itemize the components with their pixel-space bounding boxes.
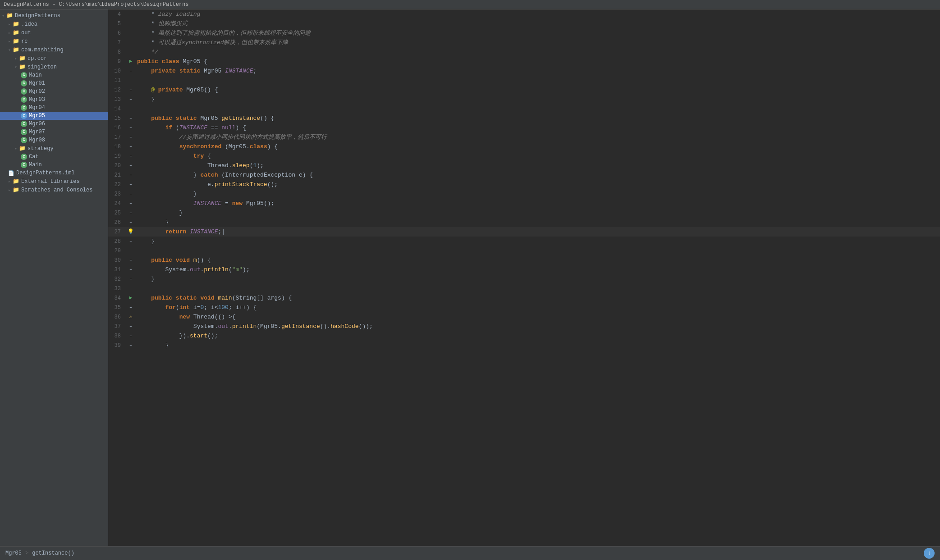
code-line[interactable] bbox=[135, 246, 940, 255]
code-line[interactable]: } bbox=[135, 274, 940, 284]
code-line[interactable] bbox=[135, 104, 940, 114]
code-line[interactable]: if (INSTANCE == null) { bbox=[135, 123, 940, 132]
sidebar-item-Main[interactable]: CMain bbox=[0, 71, 108, 79]
code-line[interactable]: public class Mgr05 { bbox=[135, 57, 940, 66]
code-line[interactable]: try { bbox=[135, 151, 940, 161]
gutter-cell[interactable]: – bbox=[126, 142, 135, 151]
gutter-cell[interactable] bbox=[126, 28, 135, 38]
sidebar-item-designpatterns[interactable]: ▾📁DesignPatterns bbox=[0, 11, 108, 20]
code-line[interactable]: * 也称懒汉式 bbox=[135, 19, 940, 28]
fold-icon[interactable]: – bbox=[129, 191, 132, 196]
code-line[interactable]: } bbox=[135, 189, 940, 199]
breadcrumb2[interactable]: getInstance() bbox=[32, 550, 74, 556]
gutter-cell[interactable] bbox=[126, 38, 135, 47]
gutter-cell[interactable] bbox=[126, 76, 135, 85]
gutter-cell[interactable] bbox=[126, 47, 135, 57]
sidebar-item-Cat[interactable]: CCat bbox=[0, 153, 108, 161]
gutter-cell[interactable]: – bbox=[126, 265, 135, 274]
gutter-cell[interactable]: ⚠ bbox=[126, 312, 135, 322]
gutter-cell[interactable]: – bbox=[126, 85, 135, 95]
sidebar-item-Mgr02[interactable]: CMgr02 bbox=[0, 87, 108, 96]
gutter-cell[interactable] bbox=[126, 19, 135, 28]
sidebar-item-Mgr04[interactable]: CMgr04 bbox=[0, 104, 108, 112]
code-line[interactable]: e.printStackTrace(); bbox=[135, 180, 940, 189]
gutter-cell[interactable] bbox=[126, 9, 135, 19]
gutter-cell[interactable]: – bbox=[126, 331, 135, 341]
gutter-cell[interactable]: – bbox=[126, 66, 135, 76]
gutter-cell[interactable]: – bbox=[126, 322, 135, 331]
gutter-cell[interactable]: – bbox=[126, 161, 135, 170]
sidebar-item-StratMain[interactable]: CMain bbox=[0, 161, 108, 169]
gutter-cell[interactable] bbox=[126, 246, 135, 255]
fold-icon[interactable]: – bbox=[129, 182, 132, 187]
code-line[interactable]: private static Mgr05 INSTANCE; bbox=[135, 66, 940, 76]
code-line[interactable]: } bbox=[135, 218, 940, 227]
gutter-cell[interactable]: – bbox=[126, 237, 135, 246]
gutter-cell[interactable]: – bbox=[126, 208, 135, 218]
fold-icon[interactable]: – bbox=[129, 173, 132, 178]
fold-icon[interactable]: – bbox=[129, 277, 132, 282]
fold-icon[interactable]: – bbox=[129, 154, 132, 159]
sidebar-item-Mgr01[interactable]: CMgr01 bbox=[0, 79, 108, 87]
fold-icon[interactable]: – bbox=[129, 258, 132, 263]
gutter-cell[interactable]: – bbox=[126, 199, 135, 208]
code-line[interactable]: //妄图通过减小同步代码块的方式提高效率，然后不可行 bbox=[135, 132, 940, 142]
sidebar-item-Mgr06[interactable]: CMgr06 bbox=[0, 120, 108, 128]
gutter-cell[interactable]: – bbox=[126, 132, 135, 142]
gutter-cell[interactable]: 💡 bbox=[126, 227, 135, 237]
gutter-cell[interactable]: – bbox=[126, 114, 135, 123]
gutter-cell[interactable]: – bbox=[126, 255, 135, 265]
code-line[interactable]: public void m() { bbox=[135, 255, 940, 265]
fold-icon[interactable]: – bbox=[129, 87, 132, 92]
fold-icon[interactable]: – bbox=[129, 324, 132, 329]
code-line[interactable] bbox=[135, 76, 940, 85]
sidebar-item-dp-cor[interactable]: ▸📁dp.cor bbox=[0, 54, 108, 63]
fold-icon[interactable]: – bbox=[129, 135, 132, 140]
code-line[interactable]: } bbox=[135, 341, 940, 350]
code-line[interactable]: * 可以通过synchronized解决，但也带来效率下降 bbox=[135, 38, 940, 47]
fold-icon[interactable]: – bbox=[129, 210, 132, 215]
fold-icon[interactable]: – bbox=[129, 267, 132, 272]
code-line[interactable]: } bbox=[135, 208, 940, 218]
fold-icon[interactable]: – bbox=[129, 220, 132, 225]
code-line[interactable]: */ bbox=[135, 47, 940, 57]
code-line[interactable]: new Thread(()->{ bbox=[135, 312, 940, 322]
sidebar-item-idea[interactable]: ▸📁.idea bbox=[0, 20, 108, 28]
sidebar-item-rc[interactable]: ▸📁rc bbox=[0, 37, 108, 46]
code-line[interactable]: public static void main(String[] args) { bbox=[135, 293, 940, 303]
sidebar-item-singleton[interactable]: ▾📁singleton bbox=[0, 63, 108, 71]
sidebar-item-ScratchesConsoles[interactable]: ▸📁Scratches and Consoles bbox=[0, 186, 108, 194]
gutter-cell[interactable]: – bbox=[126, 274, 135, 284]
fold-icon[interactable]: – bbox=[129, 125, 132, 130]
fold-icon[interactable]: – bbox=[129, 333, 132, 338]
code-line[interactable]: * lazy loading bbox=[135, 9, 940, 19]
code-line[interactable]: } bbox=[135, 237, 940, 246]
sidebar-item-Mgr03[interactable]: CMgr03 bbox=[0, 96, 108, 104]
code-line[interactable]: } catch (InterruptedException e) { bbox=[135, 170, 940, 180]
fold-icon[interactable]: – bbox=[129, 97, 132, 102]
gutter-cell[interactable]: – bbox=[126, 170, 135, 180]
fold-icon[interactable]: – bbox=[129, 239, 132, 244]
sidebar-item-Mgr05[interactable]: CMgr05 bbox=[0, 112, 108, 120]
fold-icon[interactable]: – bbox=[129, 68, 132, 73]
code-line[interactable]: * 虽然达到了按需初始化的目的，但却带来线程不安全的问题 bbox=[135, 28, 940, 38]
code-line[interactable]: @ private Mgr05() { bbox=[135, 85, 940, 95]
code-line[interactable]: Thread.sleep(1); bbox=[135, 161, 940, 170]
code-line[interactable]: } bbox=[135, 95, 940, 104]
sidebar[interactable]: ▾📁DesignPatterns▸📁.idea▸📁out▸📁rc▾📁com.ma… bbox=[0, 9, 108, 546]
gutter-cell[interactable]: – bbox=[126, 95, 135, 104]
code-line[interactable]: for(int i=0; i<100; i++) { bbox=[135, 303, 940, 312]
sidebar-item-Mgr08[interactable]: CMgr08 bbox=[0, 136, 108, 144]
code-line[interactable]: System.out.println(Mgr05.getInstance().h… bbox=[135, 322, 940, 331]
gutter-cell[interactable]: – bbox=[126, 189, 135, 199]
gutter-cell[interactable] bbox=[126, 104, 135, 114]
scroll-to-end-icon[interactable]: ↓ bbox=[924, 548, 935, 559]
code-line[interactable] bbox=[135, 284, 940, 293]
sidebar-item-DesignPatternsIml[interactable]: 📄DesignPatterns.iml bbox=[0, 169, 108, 177]
gutter-cell[interactable]: – bbox=[126, 180, 135, 189]
code-line[interactable]: return INSTANCE;| bbox=[135, 227, 940, 237]
code-line[interactable]: }).start(); bbox=[135, 331, 940, 341]
fold-icon[interactable]: – bbox=[129, 116, 132, 121]
gutter-cell[interactable] bbox=[126, 284, 135, 293]
breadcrumb1[interactable]: Mgr05 bbox=[5, 550, 22, 556]
